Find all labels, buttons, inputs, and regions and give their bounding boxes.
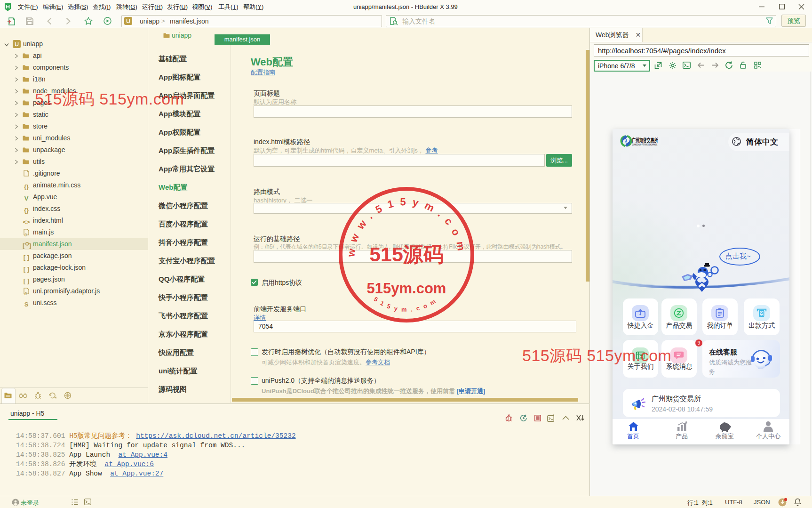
svg-text:515源码: 515源码 [369, 243, 444, 266]
svg-text:515ym.com: 515ym.com [367, 280, 446, 297]
svg-text:515ym.com: 515ym.com [373, 295, 440, 313]
